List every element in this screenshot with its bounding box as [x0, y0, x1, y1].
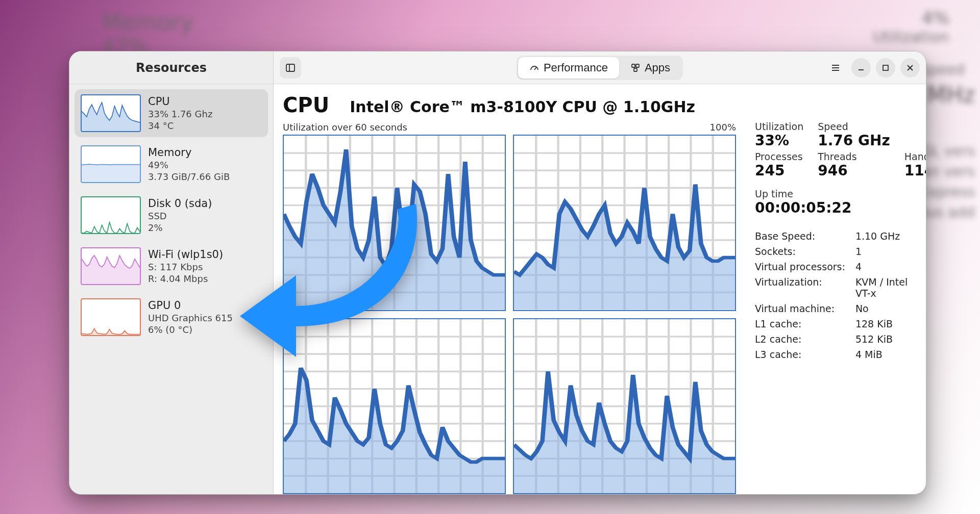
detail-value: No	[855, 303, 913, 314]
sidebar-item-sub1: UHD Graphics 615	[148, 313, 233, 323]
axis-label-left: Utilization over 60 seconds	[283, 122, 407, 133]
headerbar: Performance Apps	[274, 52, 926, 84]
minimize-icon	[857, 64, 865, 72]
memory-thumb	[81, 145, 141, 183]
maximize-button[interactable]	[876, 58, 895, 78]
stat-value-uptime: 00:00:05:22	[755, 199, 913, 216]
sidebar-item-sub1: 49%	[148, 160, 230, 170]
svg-rect-3	[632, 64, 635, 67]
stat-value-speed: 1.76 GHz	[818, 132, 890, 149]
detail-value: 4	[855, 261, 913, 272]
stat-label-speed: Speed	[818, 121, 890, 132]
sidebar-item-sub2: R: 4.04 Mbps	[148, 273, 223, 284]
toggle-sidebar-button[interactable]	[280, 57, 301, 79]
tab-apps[interactable]: Apps	[619, 57, 681, 79]
minimize-button[interactable]	[851, 58, 871, 78]
stat-value-threads: 946	[818, 162, 890, 179]
sidebar-item-wifi[interactable]: Wi-Fi (wlp1s0) S: 117 Kbps R: 4.04 Mbps	[75, 242, 268, 290]
detail-value: 1	[855, 246, 913, 257]
detail-value: 128 KiB	[855, 318, 913, 329]
detail-label: L1 cache:	[755, 318, 845, 329]
sidebar-item-sub2: 6% (0 °C)	[148, 324, 233, 335]
cpu-core-graphs	[283, 135, 736, 494]
cpu-core-graph-0	[283, 135, 506, 311]
detail-label: Virtualization:	[755, 276, 845, 299]
axis-label-right: 100%	[710, 122, 736, 133]
svg-rect-5	[634, 68, 637, 71]
detail-label: L3 cache:	[755, 349, 845, 360]
sidebar-item-sub1: S: 117 Kbps	[148, 262, 223, 272]
detail-value: 512 KiB	[855, 333, 913, 345]
bg-memory-label: Memory	[102, 9, 193, 35]
resource-list: CPU 33% 1.76 Ghz 34 °C Memory 49% 3.73 G…	[69, 84, 273, 346]
sidebar-item-label: Wi-Fi (wlp1s0)	[148, 248, 223, 261]
detail-label: L2 cache:	[755, 333, 845, 345]
svg-line-2	[534, 67, 536, 70]
sidebar-item-label: CPU	[148, 95, 212, 108]
main-pane: Performance Apps	[274, 52, 926, 494]
svg-rect-0	[286, 64, 295, 71]
detail-label: Virtual machine:	[755, 303, 845, 314]
cpu-core-graph-1	[513, 135, 736, 311]
wifi-thumb	[81, 247, 141, 285]
close-button[interactable]	[900, 58, 920, 78]
sidebar: Resources CPU 33% 1.76 Ghz 34 °C Memory	[69, 52, 274, 494]
stat-label-uptime: Up time	[755, 188, 913, 199]
detail-value: 4 MiB	[855, 349, 913, 360]
stat-label-utilization: Utilization	[755, 121, 803, 132]
sidebar-item-cpu[interactable]: CPU 33% 1.76 Ghz 34 °C	[75, 89, 268, 137]
tab-label: Performance	[544, 61, 608, 74]
svg-rect-10	[883, 65, 888, 70]
sidebar-item-label: GPU 0	[148, 299, 233, 312]
page-title: CPU	[283, 93, 329, 117]
cpu-core-graph-3	[513, 318, 736, 495]
cpu-core-graph-2	[283, 318, 506, 495]
view-switcher: Performance Apps	[517, 56, 683, 80]
sidebar-title: Resources	[69, 52, 273, 84]
cpu-thumb	[81, 94, 141, 132]
apps-icon	[630, 63, 641, 73]
bg-utilization: Utilization	[873, 28, 949, 46]
gpu-thumb	[81, 298, 141, 336]
hamburger-menu-button[interactable]	[825, 57, 846, 79]
detail-label: Sockets:	[755, 246, 845, 257]
sidebar-item-label: Disk 0 (sda)	[148, 197, 212, 210]
detail-value: KVM / Intel VT-x	[855, 276, 913, 299]
detail-value: 1.10 GHz	[855, 230, 913, 242]
sidebar-item-sub2: 2%	[148, 222, 212, 233]
gauge-icon	[529, 63, 540, 73]
app-window: Resources CPU 33% 1.76 Ghz 34 °C Memory	[69, 51, 926, 495]
sidebar-item-label: Memory	[148, 146, 230, 159]
detail-label: Base Speed:	[755, 230, 845, 242]
stat-value-processes: 245	[755, 162, 803, 179]
sidebar-item-disk0[interactable]: Disk 0 (sda) SSD 2%	[75, 191, 268, 239]
cpu-model: Intel® Core™ m3-8100Y CPU @ 1.10GHz	[350, 98, 695, 116]
graphs-column: CPU Intel® Core™ m3-8100Y CPU @ 1.10GHz …	[274, 84, 747, 494]
stat-label-processes: Processes	[755, 151, 803, 162]
sidebar-item-sub1: 33% 1.76 Ghz	[148, 109, 212, 119]
sidebar-item-gpu0[interactable]: GPU 0 UHD Graphics 615 6% (0 °C)	[75, 293, 268, 341]
stats-column: Utilization 33% Speed 1.76 GHz Processes…	[747, 84, 926, 494]
stat-label-threads: Threads	[818, 151, 890, 162]
sidebar-item-sub2: 3.73 GiB/7.66 GiB	[148, 171, 230, 182]
hamburger-icon	[830, 63, 841, 73]
stat-label-handles: Handles	[904, 151, 926, 162]
svg-rect-4	[636, 64, 639, 67]
sidebar-item-sub2: 34 °C	[148, 120, 212, 131]
tab-performance[interactable]: Performance	[518, 57, 619, 79]
stat-value-utilization: 33%	[755, 132, 803, 149]
close-icon	[906, 64, 914, 72]
detail-label: Virtual processors:	[755, 261, 845, 272]
bg-4pct: 4%	[922, 8, 949, 28]
sidebar-item-memory[interactable]: Memory 49% 3.73 GiB/7.66 GiB	[75, 140, 268, 188]
disk-thumb	[81, 196, 141, 234]
sidebar-item-sub1: SSD	[148, 211, 212, 221]
cpu-details: Base Speed:1.10 GHzSockets:1Virtual proc…	[755, 230, 913, 360]
maximize-icon	[881, 64, 890, 72]
tab-label: Apps	[645, 61, 670, 74]
panel-icon	[285, 63, 296, 73]
stat-value-handles: 11424	[904, 162, 926, 179]
content: CPU Intel® Core™ m3-8100Y CPU @ 1.10GHz …	[274, 84, 926, 494]
